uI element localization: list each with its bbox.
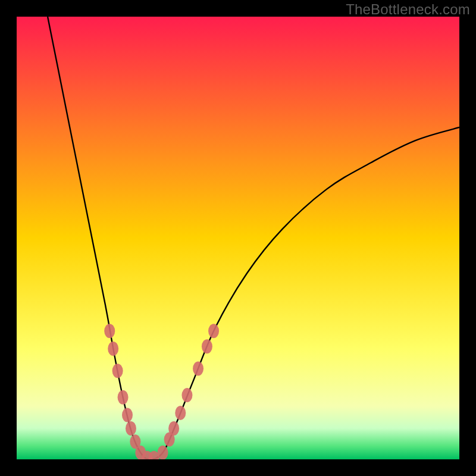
plot-area bbox=[17, 17, 459, 459]
marker-dot bbox=[122, 408, 133, 422]
marker-dot bbox=[208, 324, 219, 338]
marker-dot bbox=[193, 361, 203, 375]
chart-svg bbox=[17, 17, 459, 459]
marker-dot bbox=[118, 390, 129, 405]
marker-dot bbox=[104, 324, 115, 338]
watermark-text: TheBottleneck.com bbox=[346, 1, 470, 18]
marker-dot bbox=[202, 339, 212, 353]
chart-frame: TheBottleneck.com bbox=[0, 0, 476, 476]
marker-dot bbox=[168, 421, 179, 436]
marker-dot bbox=[112, 364, 123, 378]
marker-dot bbox=[108, 342, 118, 356]
marker-dot bbox=[158, 446, 168, 459]
marker-dot bbox=[126, 421, 136, 436]
marker-dot bbox=[181, 388, 192, 402]
gradient-background bbox=[17, 17, 459, 459]
marker-dot bbox=[175, 406, 186, 420]
